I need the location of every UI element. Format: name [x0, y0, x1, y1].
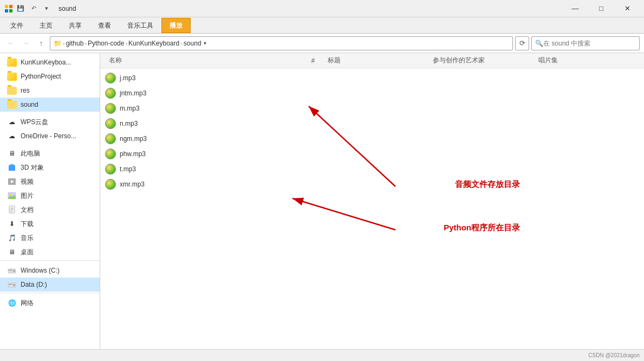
column-headers: 名称 # 标题 参与创作的艺术家 唱片集 — [100, 53, 644, 68]
sidebar-item-data-d[interactable]: Data (D:) — [0, 278, 100, 292]
tab-view[interactable]: 查看 — [90, 18, 119, 33]
path-folder-icon: 📁 — [54, 40, 62, 47]
status-bar: CSDN @2021dragon — [0, 349, 644, 361]
mp3-icon — [105, 72, 116, 84]
minimize-button[interactable]: — — [563, 0, 588, 17]
refresh-button[interactable]: ⟳ — [515, 36, 529, 50]
path-github[interactable]: github — [66, 40, 84, 47]
folder-icon — [6, 99, 17, 110]
forward-button[interactable]: → — [19, 37, 32, 50]
mp3-icon — [105, 118, 116, 130]
title-bar-left: 💾 ↶ ▾ sound — [4, 3, 563, 14]
close-button[interactable]: ✕ — [615, 0, 640, 17]
pictures-icon — [6, 190, 17, 201]
svg-point-9 — [9, 194, 11, 196]
sidebar-item-music[interactable]: 🎵 音乐 — [0, 231, 100, 245]
sidebar-item-downloads[interactable]: ⬇ 下载 — [0, 217, 100, 231]
path-kunkun[interactable]: KunKunKeyboard — [128, 40, 179, 47]
mp3-icon — [105, 87, 116, 99]
svg-point-15 — [13, 270, 15, 272]
file-item-j[interactable]: j.mp3 — [100, 70, 644, 86]
col-header-album[interactable]: 唱片集 — [534, 56, 640, 65]
folder-icon — [6, 85, 17, 96]
tab-music-tools[interactable]: 音乐工具 — [119, 18, 161, 33]
svg-marker-5 — [9, 164, 15, 165]
sidebar-item-sound[interactable]: sound — [0, 98, 100, 112]
tab-play[interactable]: 播放 — [161, 18, 191, 33]
back-button[interactable]: ← — [4, 37, 17, 50]
mp3-icon — [105, 133, 116, 145]
desktop-icon: 🖥 — [6, 247, 17, 257]
title-bar-controls: — □ ✕ — [563, 0, 640, 17]
col-header-name[interactable]: 名称 — [105, 56, 307, 65]
svg-rect-2 — [5, 9, 8, 12]
folder-icon — [6, 57, 17, 68]
drive-icon — [6, 279, 17, 290]
up-button[interactable]: ↑ — [35, 37, 48, 50]
sidebar-item-documents[interactable]: 文档 — [0, 203, 100, 217]
col-header-artist[interactable]: 参与创作的艺术家 — [428, 56, 534, 65]
network-icon: 🌐 — [6, 298, 17, 308]
drive-icon — [6, 265, 17, 276]
sidebar-item-3dobjects[interactable]: 3D 对象 — [0, 160, 100, 175]
sidebar-item-thispc[interactable]: 🖥 此电脑 — [0, 146, 100, 160]
tab-share[interactable]: 共享 — [61, 18, 90, 33]
path-dropdown-arrow[interactable]: ▾ — [203, 39, 207, 47]
sidebar-item-network[interactable]: 🌐 网络 — [0, 296, 100, 310]
address-bar: ← → ↑ 📁 › github › Python-code › KunKunK… — [0, 34, 644, 53]
ribbon-tabs: 文件 主页 共享 查看 音乐工具 播放 — [0, 17, 644, 34]
sidebar: KunKunKeyboa... PythonProject res sound … — [0, 53, 100, 349]
pc-icon: 🖥 — [6, 148, 17, 159]
sidebar-item-wps[interactable]: ☁ WPS云盘 — [0, 115, 100, 129]
content-area: 名称 # 标题 参与创作的艺术家 唱片集 j.mp3 jntm.mp3 m.mp… — [100, 53, 644, 349]
file-item-t[interactable]: t.mp3 — [100, 162, 644, 177]
col-header-hash[interactable]: # — [307, 57, 323, 65]
doc-icon — [6, 204, 17, 215]
sidebar-item-video[interactable]: 视频 — [0, 175, 100, 189]
search-input[interactable] — [543, 40, 636, 47]
file-list: j.mp3 jntm.mp3 m.mp3 n.mp3 ngm.mp3 phw.m… — [100, 68, 644, 194]
cloud-icon: ☁ — [6, 117, 17, 127]
tb-undo-btn[interactable]: ↶ — [28, 3, 39, 14]
file-item-jntm[interactable]: jntm.mp3 — [100, 86, 644, 101]
file-item-phw[interactable]: phw.mp3 — [100, 146, 644, 162]
tb-save-btn[interactable]: 💾 — [15, 3, 26, 14]
svg-rect-3 — [9, 9, 12, 12]
file-item-n[interactable]: n.mp3 — [100, 116, 644, 131]
mp3-icon — [105, 178, 116, 190]
sidebar-item-desktop[interactable]: 🖥 桌面 — [0, 245, 100, 259]
sidebar-item-pictures[interactable]: 图片 — [0, 189, 100, 203]
video-icon — [6, 176, 17, 187]
tab-home[interactable]: 主页 — [31, 18, 61, 33]
app-icon — [4, 4, 13, 13]
status-credit: CSDN @2021dragon — [588, 352, 640, 358]
3d-icon — [6, 162, 17, 173]
title-bar: 💾 ↶ ▾ sound — □ ✕ — [0, 0, 644, 17]
svg-rect-19 — [9, 284, 12, 285]
path-sound[interactable]: sound — [184, 40, 201, 47]
sidebar-item-kunkun[interactable]: KunKunKeyboa... — [0, 55, 100, 69]
file-item-m[interactable]: m.mp3 — [100, 101, 644, 116]
mp3-icon — [105, 163, 116, 175]
col-header-title[interactable]: 标题 — [323, 56, 429, 65]
sidebar-item-pythonproject[interactable]: PythonProject — [0, 69, 100, 83]
mp3-icon — [105, 102, 116, 114]
search-icon: 🔍 — [535, 40, 543, 47]
sidebar-item-windows-c[interactable]: Windows (C:) — [0, 263, 100, 278]
svg-rect-16 — [9, 270, 12, 270]
tab-file[interactable]: 文件 — [2, 18, 31, 33]
folder-icon — [6, 71, 17, 82]
file-item-xmr[interactable]: xmr.mp3 — [100, 177, 644, 192]
music-icon: 🎵 — [6, 233, 17, 243]
address-path[interactable]: 📁 › github › Python-code › KunKunKeyboar… — [50, 36, 513, 50]
path-python-code[interactable]: Python-code — [88, 40, 124, 47]
svg-rect-0 — [5, 5, 8, 8]
tb-dropdown-btn[interactable]: ▾ — [41, 3, 52, 14]
sidebar-item-res[interactable]: res — [0, 83, 100, 98]
cloud-icon: ☁ — [6, 131, 17, 141]
file-item-ngm[interactable]: ngm.mp3 — [100, 131, 644, 146]
search-box[interactable]: 🔍 — [531, 36, 640, 50]
svg-point-18 — [13, 284, 15, 286]
maximize-button[interactable]: □ — [589, 0, 614, 17]
sidebar-item-onedrive[interactable]: ☁ OneDrive - Perso... — [0, 129, 100, 143]
